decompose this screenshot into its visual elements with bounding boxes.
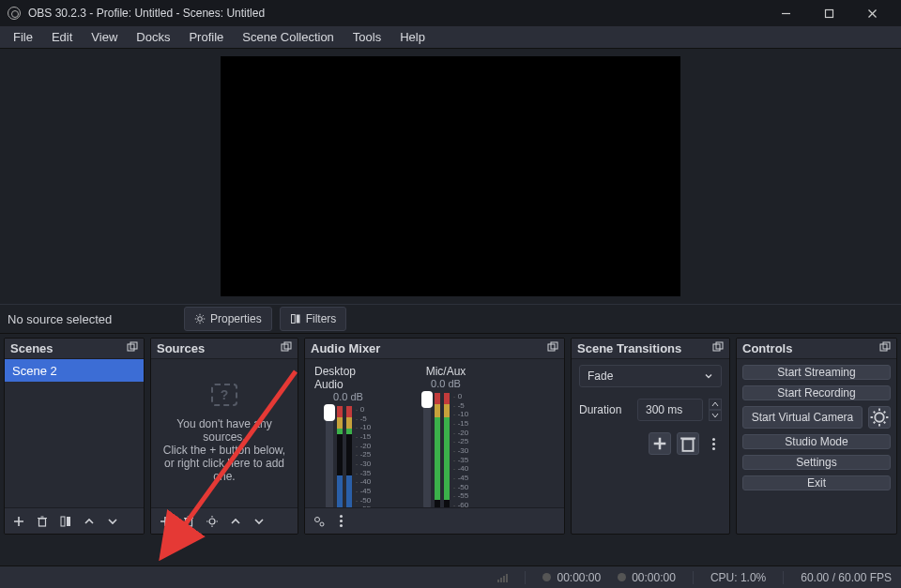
add-scene-button[interactable] [8, 511, 29, 532]
delete-scene-button[interactable] [32, 511, 53, 532]
exit-button[interactable]: Exit [742, 475, 891, 490]
svg-point-4 [198, 317, 203, 322]
start-virtual-camera-button[interactable]: Start Virtual Camera [742, 406, 863, 429]
audio-mixer-panel: Audio Mixer Desktop Audio 0.0 dB [304, 338, 565, 535]
rec-time: 00:00:00 [618, 571, 676, 584]
controls-panel: Controls Start Streaming Start Recording… [736, 338, 897, 535]
duration-input[interactable]: 300 ms [637, 399, 703, 421]
sources-empty-line1: You don't have any sources. [162, 417, 286, 444]
menu-scene-collection[interactable]: Scene Collection [233, 26, 344, 49]
start-recording-button[interactable]: Start Recording [742, 385, 891, 400]
delete-source-button[interactable] [178, 511, 199, 532]
sources-empty-line2: Click the + button below, [163, 444, 285, 457]
start-streaming-button[interactable]: Start Streaming [742, 365, 891, 380]
slider-thumb[interactable] [421, 391, 433, 408]
svg-point-48 [875, 413, 883, 421]
volume-slider[interactable] [326, 406, 333, 507]
svg-rect-23 [67, 517, 70, 526]
add-source-button[interactable] [155, 511, 176, 532]
window-minimize-button[interactable] [764, 0, 807, 26]
audio-menu-button[interactable] [332, 515, 349, 527]
popout-icon[interactable] [712, 341, 724, 355]
menu-edit[interactable]: Edit [42, 26, 82, 49]
svg-rect-13 [291, 315, 295, 324]
svg-rect-19 [39, 519, 46, 526]
menu-tools[interactable]: Tools [344, 26, 390, 49]
transition-select-value: Fade [588, 369, 613, 383]
source-down-button[interactable] [249, 511, 269, 532]
properties-button[interactable]: Properties [184, 307, 272, 331]
audio-channel-name: Desktop Audio [314, 365, 382, 391]
sources-empty-line3: or right click here to add one. [162, 457, 286, 483]
gear-icon [194, 313, 206, 324]
add-transition-button[interactable] [649, 432, 671, 455]
scenes-panel: Scenes Scene 2 [4, 338, 145, 535]
audio-advanced-button[interactable] [309, 511, 329, 532]
menu-file[interactable]: File [4, 26, 42, 49]
audio-channel-desktop: Desktop Audio 0.0 dB 0-5-10-15-20-25-30-… [314, 365, 382, 507]
popout-icon[interactable] [879, 341, 891, 355]
sources-panel: Sources ? You don't have any sources. Cl… [150, 338, 298, 535]
audio-channel-micaux: Mic/Aux 0.0 dB 0-5-10-15-20-25-30-35-40-… [412, 365, 480, 507]
rec-dot-icon [618, 573, 626, 581]
svg-line-54 [884, 422, 886, 424]
settings-button[interactable]: Settings [742, 455, 891, 470]
source-up-button[interactable] [225, 511, 246, 532]
no-source-label: No source selected [8, 312, 176, 326]
titlebar: OBS 30.2.3 - Profile: Untitled - Scenes:… [0, 0, 901, 26]
scene-filter-button[interactable] [55, 511, 76, 532]
svg-line-56 [884, 412, 886, 414]
properties-label: Properties [210, 312, 262, 325]
volume-slider[interactable] [423, 393, 431, 507]
transition-menu-button[interactable] [705, 438, 722, 450]
stream-time: 00:00:00 [542, 571, 601, 584]
menu-docks[interactable]: Docks [127, 26, 179, 49]
status-bar: 00:00:00 00:00:00 CPU: 1.0% 60.00 / 60.0… [0, 565, 901, 588]
svg-rect-22 [61, 517, 65, 526]
menu-view[interactable]: View [82, 26, 127, 49]
cpu-usage: CPU: 1.0% [710, 571, 766, 584]
svg-line-11 [196, 322, 197, 323]
svg-point-31 [209, 519, 215, 524]
preview-area[interactable] [0, 49, 901, 304]
live-dot-icon [542, 573, 551, 581]
filters-button[interactable]: Filters [280, 307, 347, 331]
preview-toolbar: No source selected Properties Filters [0, 304, 901, 334]
menubar: File Edit View Docks Profile Scene Colle… [0, 26, 901, 49]
virtual-camera-settings-button[interactable] [868, 406, 891, 429]
transitions-title: Scene Transitions [577, 341, 681, 355]
scene-down-button[interactable] [102, 511, 123, 532]
window-maximize-button[interactable] [807, 0, 850, 26]
meter-ticks: 0-5-10-15-20-25-30-35-40-45-50-55-60 [453, 393, 468, 507]
audio-title: Audio Mixer [311, 341, 380, 355]
transition-select[interactable]: Fade [579, 365, 722, 387]
popout-icon[interactable] [281, 341, 292, 355]
studio-mode-button[interactable]: Studio Mode [742, 434, 891, 449]
vu-meter-right [444, 393, 450, 507]
window-close-button[interactable] [850, 0, 893, 26]
scenes-title: Scenes [10, 341, 53, 355]
delete-transition-button[interactable] [677, 432, 699, 455]
svg-line-10 [203, 322, 204, 323]
svg-rect-44 [683, 439, 694, 451]
preview-canvas[interactable] [221, 56, 680, 296]
network-indicator [497, 573, 508, 582]
duration-up-button[interactable] [709, 399, 722, 410]
filters-label: Filters [306, 312, 337, 325]
popout-icon[interactable] [127, 341, 138, 355]
vu-meter-right [346, 406, 352, 507]
scene-up-button[interactable] [79, 511, 99, 532]
slider-thumb[interactable] [324, 404, 335, 421]
window-title: OBS 30.2.3 - Profile: Untitled - Scenes:… [28, 7, 764, 20]
menu-profile[interactable]: Profile [179, 26, 233, 49]
duration-label: Duration [579, 403, 632, 416]
scene-item[interactable]: Scene 2 [5, 359, 144, 382]
fps-readout: 60.00 / 60.00 FPS [801, 571, 892, 584]
duration-down-button[interactable] [709, 410, 722, 421]
audio-channel-db: 0.0 dB [431, 378, 461, 389]
source-properties-button[interactable] [202, 511, 222, 532]
rec-time-value: 00:00:00 [632, 571, 676, 584]
menu-help[interactable]: Help [390, 26, 435, 49]
svg-rect-14 [296, 315, 299, 324]
popout-icon[interactable] [547, 341, 558, 355]
